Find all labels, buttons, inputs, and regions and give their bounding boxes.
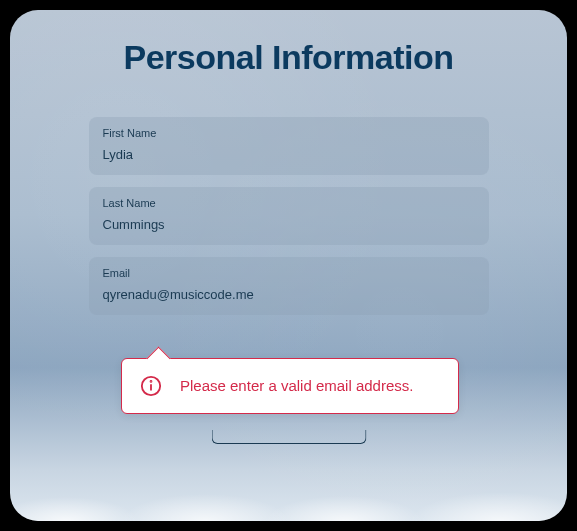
info-icon	[140, 375, 162, 397]
first-name-input[interactable]	[103, 147, 475, 162]
page-title: Personal Information	[30, 38, 547, 77]
personal-info-form: First Name Last Name Email	[30, 117, 547, 315]
last-name-input[interactable]	[103, 217, 475, 232]
form-window: Personal Information First Name Last Nam…	[10, 10, 567, 521]
last-name-field[interactable]: Last Name	[89, 187, 489, 245]
first-name-label: First Name	[103, 127, 475, 139]
email-input[interactable]	[103, 287, 475, 302]
submit-button-outline	[211, 430, 366, 444]
error-tooltip: Please enter a valid email address.	[121, 358, 459, 414]
background-clouds	[10, 451, 567, 521]
svg-point-2	[151, 381, 152, 382]
email-field[interactable]: Email	[89, 257, 489, 315]
first-name-field[interactable]: First Name	[89, 117, 489, 175]
email-label: Email	[103, 267, 475, 279]
last-name-label: Last Name	[103, 197, 475, 209]
error-message: Please enter a valid email address.	[180, 376, 413, 396]
